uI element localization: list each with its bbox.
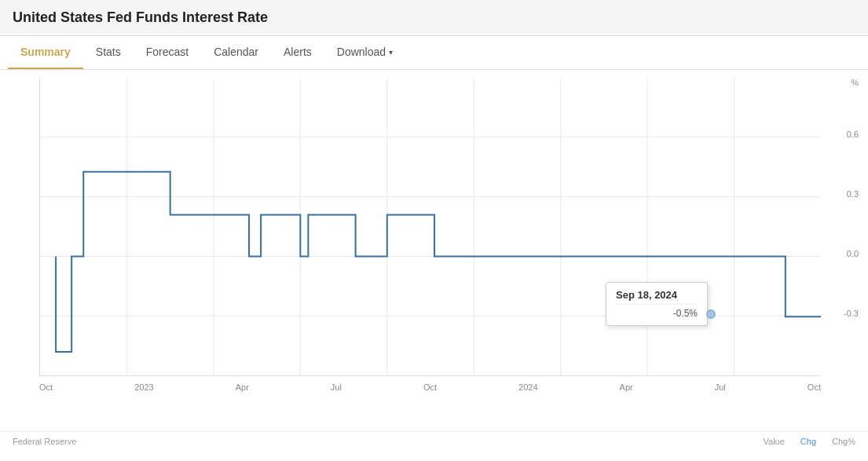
- y-label-00: 0.0: [847, 249, 859, 258]
- x-label-jul23: Jul: [331, 382, 342, 392]
- y-label-06: 0.6: [847, 130, 859, 139]
- x-label-apr24: Apr: [620, 382, 633, 392]
- x-label-jul24: Jul: [715, 382, 726, 392]
- tab-download[interactable]: Download ▾: [324, 36, 405, 69]
- page-title: United States Fed Funds Interest Rate: [0, 0, 868, 36]
- x-axis: Oct 2023 Apr Jul Oct 2024 Apr Jul Oct: [39, 379, 821, 392]
- y-label-n03: -0.3: [844, 309, 859, 318]
- x-label-apr23: Apr: [236, 382, 249, 392]
- y-axis-unit: %: [851, 78, 859, 87]
- footer-value-label: Value: [764, 437, 785, 446]
- tab-forecast[interactable]: Forecast: [134, 36, 201, 69]
- tab-summary[interactable]: Summary: [8, 36, 83, 69]
- footer-bar: Federal Reserve Value Chg Chg%: [0, 431, 868, 451]
- tab-stats[interactable]: Stats: [83, 36, 134, 69]
- footer-chgpct-label: Chg%: [832, 437, 855, 446]
- x-label-2023: 2023: [134, 382, 153, 392]
- y-label-03: 0.3: [847, 189, 859, 199]
- x-label-oct22: Oct: [39, 382, 53, 392]
- x-label-oct23: Oct: [423, 382, 437, 392]
- x-label-2024: 2024: [518, 382, 537, 392]
- chart-svg: [40, 78, 821, 375]
- tab-alerts[interactable]: Alerts: [271, 36, 324, 69]
- chart-container: 0.6 0.3 0.0 -0.3 Sep 18, 2024 -0.5%: [39, 78, 821, 376]
- footer-chg-label[interactable]: Chg: [800, 437, 816, 446]
- tab-bar: Summary Stats Forecast Calendar Alerts D…: [0, 36, 868, 70]
- tab-calendar[interactable]: Calendar: [201, 36, 271, 69]
- x-label-oct24: Oct: [808, 382, 821, 392]
- tooltip-dot: [706, 309, 716, 319]
- chart-area: % 0.: [0, 70, 868, 431]
- footer-source: Federal Reserve: [13, 437, 76, 446]
- chevron-down-icon: ▾: [389, 48, 393, 57]
- footer-metrics: Value Chg Chg%: [764, 437, 855, 446]
